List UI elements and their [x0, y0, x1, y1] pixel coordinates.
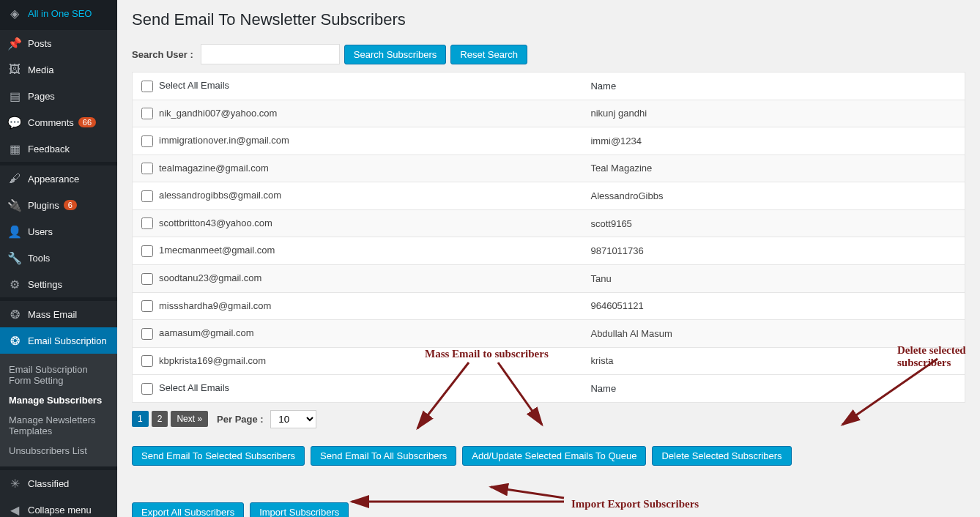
sidebar-item-tools[interactable]: 🔧Tools — [0, 245, 117, 271]
row-email: tealmagazine@gmail.com — [159, 163, 269, 174]
row-email: alessandrogibbs@gmail.com — [159, 190, 281, 201]
row-email: scottbritton43@yahoo.com — [159, 217, 272, 228]
media-icon: 🖼 — [7, 62, 22, 77]
table-row: kbpkrista169@gmail.comkrista — [133, 347, 965, 375]
sidebar-item-feedback[interactable]: ▦Feedback — [0, 135, 117, 162]
sidebar-item-media[interactable]: 🖼Media — [0, 56, 117, 83]
table-row: immigrationover.in@gmail.comimmi@1234 — [133, 127, 965, 155]
row-name: Teal Magazine — [582, 155, 965, 182]
row-checkbox[interactable] — [141, 217, 153, 229]
pager: 1 2 Next » — [132, 411, 208, 427]
send-selected-button[interactable]: Send Email To Selected Subscribers — [132, 446, 305, 466]
sidebar-item-settings[interactable]: ⚙Settings — [0, 271, 117, 297]
row-email: kbpkrista169@gmail.com — [159, 355, 266, 366]
collapse-icon: ◀ — [7, 502, 22, 517]
page-next[interactable]: Next » — [171, 411, 208, 427]
export-button[interactable]: Export All Subscribers — [132, 502, 244, 517]
pin-icon: 📌 — [7, 36, 22, 51]
form-icon: ▦ — [7, 141, 22, 156]
row-checkbox[interactable] — [141, 273, 153, 285]
search-row: Search User : Search Subscribers Reset S… — [132, 44, 965, 64]
submenu-unsubscribers[interactable]: Unsubscribers List — [0, 441, 117, 461]
row-name: scott9165 — [582, 209, 965, 237]
user-icon: 👤 — [7, 224, 22, 239]
submenu-manage-subscribers[interactable]: Manage Subscribers — [0, 390, 117, 410]
comment-icon: 💬 — [7, 115, 22, 130]
sidebar-item-comments[interactable]: 💬Comments66 — [0, 109, 117, 135]
row-name: 9871011736 — [582, 237, 965, 265]
star-icon: ✳ — [7, 476, 22, 491]
row-email: soodtanu23@gmail.com — [159, 272, 261, 283]
row-email: immigrationover.in@gmail.com — [159, 135, 289, 146]
row-checkbox[interactable] — [141, 163, 153, 174]
sidebar-item-posts[interactable]: 📌Posts — [0, 30, 117, 56]
sidebar-item-users[interactable]: 👤Users — [0, 218, 117, 245]
row-name: Tanu — [582, 264, 965, 292]
sidebar-item-classified[interactable]: ✳Classified — [0, 470, 117, 496]
row-checkbox[interactable] — [141, 135, 153, 147]
table-row: missshardha9@gmail.com9646051121 — [133, 292, 965, 320]
page-icon: ▤ — [7, 89, 22, 103]
table-row: aamasum@gmail.comAbdullah Al Masum — [133, 320, 965, 348]
send-all-button[interactable]: Send Email To All Subscribers — [311, 446, 456, 466]
row-name: krista — [582, 347, 965, 375]
row-name: Abdullah Al Masum — [582, 320, 965, 348]
row-checkbox[interactable] — [141, 190, 153, 202]
wrench-icon: 🔧 — [7, 250, 22, 265]
sidebar-item-appearance[interactable]: 🖌Appearance — [0, 165, 117, 192]
sidebar-item-plugins[interactable]: 🔌Plugins6 — [0, 192, 117, 218]
table-row: 1mecmanmeet@gmail.com9871011736 — [133, 237, 965, 265]
table-row: tealmagazine@gmail.comTeal Magazine — [133, 155, 965, 182]
admin-sidebar: ◈All in One SEO 📌Posts 🖼Media ▤Pages 💬Co… — [0, 0, 117, 517]
sidebar-item-pages[interactable]: ▤Pages — [0, 83, 117, 109]
main-content: Send Email To Newsletter Subscribers Sea… — [117, 0, 980, 517]
row-checkbox[interactable] — [141, 300, 153, 312]
delete-selected-button[interactable]: Delete Selected Subscribers — [652, 446, 791, 466]
search-label: Search User : — [132, 49, 193, 60]
brush-icon: 🖌 — [7, 171, 22, 186]
per-page-select[interactable]: 10 — [270, 410, 316, 428]
row-name: immi@1234 — [582, 127, 965, 155]
page-title: Send Email To Newsletter Subscribers — [132, 10, 965, 29]
page-2[interactable]: 2 — [152, 411, 168, 427]
sidebar-item-email-subscription[interactable]: ❂Email Subscription — [0, 327, 117, 354]
reset-search-button[interactable]: Reset Search — [450, 45, 527, 64]
sidebar-submenu: Email Subscription Form Setting Manage S… — [0, 354, 117, 466]
search-button[interactable]: Search Subscribers — [344, 45, 446, 64]
gear-icon: ❂ — [7, 333, 22, 348]
sidebar-item-seo[interactable]: ◈All in One SEO — [0, 0, 117, 26]
select-all-bottom[interactable] — [141, 383, 153, 395]
action-row-2: Export All Subscribers Import Subscriber… — [132, 502, 965, 517]
shield-icon: ◈ — [7, 6, 22, 21]
row-checkbox[interactable] — [141, 355, 153, 367]
sidebar-collapse[interactable]: ◀Collapse menu — [0, 496, 117, 517]
row-name: AlessandroGibbs — [582, 182, 965, 210]
row-email: aamasum@gmail.com — [159, 327, 254, 338]
gear-icon: ❂ — [7, 307, 22, 321]
row-checkbox[interactable] — [141, 245, 153, 257]
plugin-icon: 🔌 — [7, 198, 22, 212]
pager-row: 1 2 Next » Per Page : 10 — [132, 410, 965, 428]
comments-badge: 66 — [78, 117, 96, 127]
search-input[interactable] — [201, 44, 340, 64]
svg-line-4 — [491, 487, 564, 498]
subscribers-table: Select All Emails Name nik_gandhi007@yah… — [132, 72, 965, 403]
sidebar-item-mass-email[interactable]: ❂Mass Email — [0, 301, 117, 327]
row-checkbox[interactable] — [141, 108, 153, 119]
table-row: scottbritton43@yahoo.comscott9165 — [133, 209, 965, 237]
select-all-top[interactable] — [141, 81, 153, 92]
per-page: Per Page : 10 — [217, 410, 316, 428]
row-email: nik_gandhi007@yahoo.com — [159, 108, 277, 119]
submenu-manage-templates[interactable]: Manage Newsletters Templates — [0, 410, 117, 441]
submenu-form-setting[interactable]: Email Subscription Form Setting — [0, 360, 117, 390]
row-checkbox[interactable] — [141, 328, 153, 340]
row-email: missshardha9@gmail.com — [159, 300, 271, 311]
settings-icon: ⚙ — [7, 277, 22, 291]
import-button[interactable]: Import Subscribers — [250, 502, 349, 517]
table-row: alessandrogibbs@gmail.comAlessandroGibbs — [133, 182, 965, 210]
table-row: nik_gandhi007@yahoo.comnikunj gandhi — [133, 100, 965, 127]
page-1[interactable]: 1 — [132, 411, 149, 427]
add-queue-button[interactable]: Add/Update Selected Emails To Queue — [462, 446, 646, 466]
action-row-1: Send Email To Selected Subscribers Send … — [132, 446, 965, 466]
row-email: 1mecmanmeet@gmail.com — [159, 245, 275, 256]
